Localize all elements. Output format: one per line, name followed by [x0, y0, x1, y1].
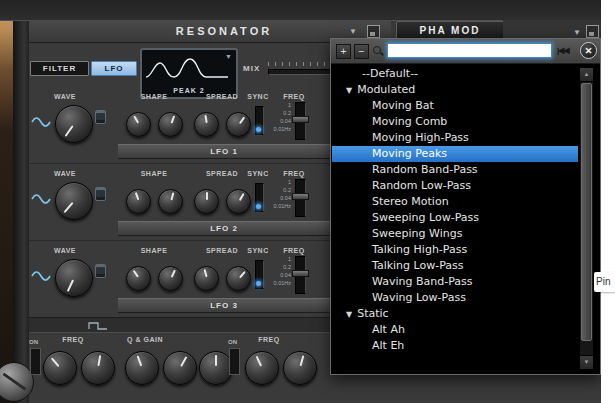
freq-scale: 1 0.2 0.04 0.01Hz	[265, 255, 291, 287]
bottom-knob[interactable]	[81, 351, 115, 385]
preset-item[interactable]: Alt Eh	[332, 338, 578, 354]
preset-folder[interactable]: ▼Static	[332, 306, 578, 322]
freq-slider-handle[interactable]	[292, 270, 309, 277]
freq-tick-label: 0.04	[265, 117, 291, 125]
mix-label: MIX	[243, 64, 260, 73]
freq-slider-handle[interactable]	[292, 116, 309, 123]
sine-wave-icon	[31, 116, 51, 128]
preset-item-label: Talking High-Pass	[372, 243, 467, 256]
shape-knob-2[interactable]	[158, 112, 183, 137]
preset-item-label: Waving Low-Pass	[372, 291, 466, 304]
sync-led	[256, 204, 261, 209]
bottom-knob[interactable]	[125, 351, 159, 385]
shape-knob-1[interactable]	[126, 189, 151, 214]
close-icon[interactable]: ✕	[580, 42, 597, 59]
preset-item[interactable]: Sweeping Wings	[332, 226, 578, 242]
preset-item[interactable]: Moving High-Pass	[332, 130, 578, 146]
wave-knob[interactable]	[55, 105, 93, 143]
tab-lfo[interactable]: LFO	[91, 61, 137, 76]
folder-expand-icon[interactable]: ▼	[346, 86, 352, 95]
sync-label: SYNC	[238, 170, 278, 177]
pha-mod-save-icon[interactable]	[586, 25, 599, 38]
freq-tick-label: 0.01Hz	[265, 279, 291, 287]
folder-expand-icon[interactable]: ▼	[346, 310, 352, 319]
spread-knob-2[interactable]	[226, 112, 251, 137]
bottom-knob[interactable]	[43, 351, 77, 385]
lfo-3-strip: LFO 3	[118, 298, 330, 313]
preset-item[interactable]: Waving Low-Pass	[332, 290, 578, 306]
preset-item[interactable]: Waving Band-Pass	[332, 274, 578, 290]
preset-item-label: Waving Band-Pass	[372, 275, 472, 288]
spread-knob-2[interactable]	[226, 266, 251, 291]
bottom-knob[interactable]	[199, 351, 233, 385]
resonance-curve	[144, 53, 230, 83]
spread-knob-1[interactable]	[194, 266, 219, 291]
shape-label: SHAPE	[124, 93, 184, 100]
preset-item-label: Static	[357, 307, 388, 320]
spread-knob-1[interactable]	[194, 112, 219, 137]
expand-all-button[interactable]: +	[336, 44, 351, 59]
preset-item[interactable]: Moving Bat	[332, 98, 578, 114]
preset-item-label: Talking Low-Pass	[372, 259, 464, 272]
pin-button[interactable]: Pin	[594, 272, 615, 292]
preset-item[interactable]: Random Band-Pass	[332, 162, 578, 178]
tab-filter[interactable]: FILTER	[30, 61, 89, 76]
preset-browser-popup: + − |◀◀ ✕ --Default--▼ModulatedMoving Ba…	[330, 38, 601, 375]
shape-knob-1[interactable]	[126, 112, 151, 137]
hand-icon[interactable]	[95, 264, 106, 278]
shape-label: SHAPE	[124, 170, 184, 177]
preset-item[interactable]: Stereo Motion	[332, 194, 578, 210]
sync-label: SYNC	[238, 247, 278, 254]
page-background-edge	[601, 0, 615, 403]
wave-knob[interactable]	[55, 259, 93, 297]
reset-filter-icon[interactable]: |◀◀	[557, 46, 569, 55]
resonator-title: RESONATOR	[109, 25, 339, 37]
synth-panel: RESONATOR ▼ PHA MOD ▼ FILTER LFO ▼ PEAK …	[0, 0, 601, 403]
scrollbar[interactable]: ▲ ▼	[579, 67, 594, 370]
scroll-up-icon[interactable]: ▲	[580, 68, 593, 82]
preset-item[interactable]: --Default--	[332, 66, 578, 82]
scrollbar-thumb[interactable]	[581, 83, 592, 341]
hand-icon[interactable]	[95, 187, 106, 201]
preset-item[interactable]: Sweeping Low-Pass	[332, 210, 578, 226]
spread-knob-1[interactable]	[194, 189, 219, 214]
preset-item-label: Random Band-Pass	[372, 163, 478, 176]
preset-item[interactable]: Talking Low-Pass	[332, 258, 578, 274]
wave-knob[interactable]	[55, 182, 93, 220]
search-input[interactable]	[387, 43, 552, 58]
preset-item[interactable]: Moving Peaks	[332, 146, 578, 162]
preset-item[interactable]: Talking High-Pass	[332, 242, 578, 258]
resonator-dropdown-icon[interactable]: ▼	[349, 27, 357, 36]
preset-item[interactable]: Moving Comb	[332, 114, 578, 130]
hand-icon[interactable]	[95, 110, 106, 124]
shape-knob-1[interactable]	[126, 266, 151, 291]
on-toggle[interactable]	[30, 348, 41, 375]
sync-label: SYNC	[238, 93, 278, 100]
freq-slider-handle[interactable]	[292, 193, 309, 200]
bottom-knob[interactable]	[283, 351, 317, 385]
preset-item[interactable]: Alt Ah	[332, 322, 578, 338]
collapse-all-button[interactable]: −	[354, 44, 369, 59]
top-seam	[0, 0, 601, 21]
shape-knob-2[interactable]	[158, 189, 183, 214]
preset-item-label: --Default--	[362, 67, 418, 80]
pha-mod-dropdown-icon[interactable]: ▼	[573, 28, 581, 37]
bottom-knob[interactable]	[245, 351, 279, 385]
freq-tick-label: 0.2	[265, 109, 291, 117]
display-dropdown-icon[interactable]: ▼	[225, 53, 232, 60]
preset-save-icon[interactable]	[367, 25, 380, 38]
on-toggle[interactable]	[229, 348, 240, 375]
freq-tick-label: 0.2	[265, 263, 291, 271]
preset-item[interactable]: Random Low-Pass	[332, 178, 578, 194]
preset-item-label: Alt Ah	[372, 323, 405, 336]
spread-knob-2[interactable]	[226, 189, 251, 214]
wave-label: WAVE	[45, 170, 85, 177]
screenshot-root: RESONATOR ▼ PHA MOD ▼ FILTER LFO ▼ PEAK …	[0, 0, 615, 403]
bottom-knob[interactable]	[163, 351, 197, 385]
search-icon	[373, 46, 384, 57]
shape-knob-2[interactable]	[158, 266, 183, 291]
mix-slider[interactable]	[268, 69, 332, 75]
scroll-down-icon[interactable]: ▼	[580, 355, 593, 369]
preset-folder[interactable]: ▼Modulated	[332, 82, 578, 98]
freq-tick-label: 0.04	[265, 194, 291, 202]
